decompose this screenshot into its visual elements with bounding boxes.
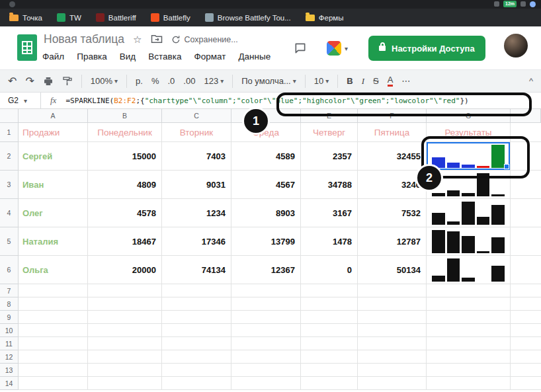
cell-g5[interactable]	[427, 227, 511, 256]
column-header-e[interactable]: E	[301, 109, 358, 123]
row-number-7[interactable]: 7	[0, 284, 19, 297]
empty-cell[interactable]	[88, 311, 162, 324]
cell-f6[interactable]: 50134	[358, 256, 427, 284]
extensions-icon[interactable]	[494, 1, 499, 7]
cell-a3[interactable]: Иван	[19, 171, 88, 199]
empty-cell[interactable]	[511, 337, 541, 350]
empty-cell[interactable]	[511, 284, 541, 297]
empty-cell[interactable]	[358, 377, 427, 390]
empty-cell[interactable]	[511, 311, 541, 324]
menu-view[interactable]: Вид	[120, 52, 136, 61]
more-tools-button[interactable]: ⋯	[401, 76, 410, 86]
empty-cell[interactable]	[88, 284, 162, 297]
move-folder-icon[interactable]	[151, 34, 163, 45]
meet-button[interactable]: ▾	[321, 38, 353, 58]
cell-c2[interactable]: 7403	[162, 142, 231, 171]
cell-d6[interactable]: 12367	[231, 256, 301, 284]
empty-cell[interactable]	[511, 199, 541, 227]
cell-e1[interactable]: Четверг	[301, 123, 358, 142]
cell-f1[interactable]: Пятница	[358, 123, 427, 142]
empty-cell[interactable]	[231, 284, 301, 297]
empty-cell[interactable]	[88, 324, 162, 337]
print-button[interactable]	[43, 76, 54, 87]
cell-e5[interactable]: 1478	[301, 227, 358, 256]
row-number-1[interactable]: 1	[0, 123, 19, 142]
empty-cell[interactable]	[427, 311, 511, 324]
empty-cell[interactable]	[427, 364, 511, 377]
empty-cell[interactable]	[162, 311, 231, 324]
empty-cell[interactable]	[358, 284, 427, 297]
cell-a1[interactable]: Продажи	[19, 123, 88, 142]
empty-cell[interactable]	[88, 297, 162, 311]
font-size-select[interactable]: 10▾	[314, 76, 329, 86]
empty-cell[interactable]	[358, 364, 427, 377]
empty-cell[interactable]	[162, 324, 231, 337]
column-header-b[interactable]: B	[88, 109, 162, 123]
empty-cell[interactable]	[427, 377, 511, 390]
bookmark-item[interactable]: TW	[57, 13, 81, 22]
menu-data[interactable]: Данные	[238, 52, 270, 61]
cell-c4[interactable]: 1234	[162, 199, 231, 227]
empty-cell[interactable]	[358, 311, 427, 324]
column-header-c[interactable]: C	[162, 109, 231, 123]
cell-g4[interactable]	[427, 199, 511, 227]
empty-cell[interactable]	[162, 350, 231, 364]
empty-cell[interactable]	[511, 171, 541, 199]
cell-c3[interactable]: 9031	[162, 171, 231, 199]
comments-button[interactable]	[290, 38, 311, 58]
empty-cell[interactable]	[19, 350, 88, 364]
empty-cell[interactable]	[162, 337, 231, 350]
cell-a4[interactable]: Олег	[19, 199, 88, 227]
cell-a6[interactable]: Ольга	[19, 256, 88, 284]
cell-e3[interactable]: 34788	[301, 171, 358, 199]
row-number-3[interactable]: 3	[0, 171, 19, 199]
cell-a5[interactable]: Наталия	[19, 227, 88, 256]
cell-c1[interactable]: Вторник	[162, 123, 231, 142]
document-title[interactable]: Новая таблица	[44, 32, 124, 46]
empty-cell[interactable]	[162, 377, 231, 390]
sheets-logo-icon[interactable]	[17, 34, 37, 61]
empty-cell[interactable]	[88, 337, 162, 350]
empty-cell[interactable]	[301, 350, 358, 364]
cell-a2[interactable]: Сергей	[19, 142, 88, 171]
row-number-12[interactable]: 12	[0, 350, 19, 364]
redo-button[interactable]: ↷	[25, 75, 34, 87]
font-select[interactable]: По умолча...▾	[241, 76, 296, 86]
row-number-11[interactable]: 11	[0, 337, 19, 350]
cell-d5[interactable]: 13799	[231, 227, 301, 256]
row-number-6[interactable]: 6	[0, 256, 19, 284]
empty-cell[interactable]	[19, 324, 88, 337]
increase-decimals-button[interactable]: .00	[183, 76, 195, 86]
empty-cell[interactable]	[301, 284, 358, 297]
cell-f5[interactable]: 12787	[358, 227, 427, 256]
cell-g1[interactable]: Результаты	[427, 123, 511, 142]
empty-cell[interactable]	[162, 284, 231, 297]
undo-button[interactable]: ↶	[8, 75, 17, 87]
empty-cell[interactable]	[358, 350, 427, 364]
empty-cell[interactable]	[88, 364, 162, 377]
cell-b5[interactable]: 18467	[88, 227, 162, 256]
italic-button[interactable]: I	[362, 76, 364, 87]
empty-cell[interactable]	[427, 324, 511, 337]
row-number-14[interactable]: 14	[0, 377, 19, 390]
formula-input[interactable]: =SPARKLINE(B2:F2;{"charttype"\"column";"…	[65, 97, 468, 105]
cell-e4[interactable]: 3167	[301, 199, 358, 227]
empty-cell[interactable]	[19, 377, 88, 390]
empty-cell[interactable]	[301, 337, 358, 350]
number-format-button[interactable]: 123▾	[204, 76, 224, 86]
empty-cell[interactable]	[301, 364, 358, 377]
strikethrough-button[interactable]: S	[373, 76, 379, 86]
format-percent-button[interactable]: %	[151, 76, 159, 86]
cell-d3[interactable]: 4567	[231, 171, 301, 199]
empty-cell[interactable]	[511, 142, 541, 171]
empty-cell[interactable]	[19, 337, 88, 350]
empty-cell[interactable]	[358, 297, 427, 311]
cell-g6[interactable]	[427, 256, 511, 284]
bold-button[interactable]: B	[347, 76, 353, 86]
empty-cell[interactable]	[301, 311, 358, 324]
bookmark-item[interactable]: Browse Battlefy Tou...	[205, 13, 291, 22]
select-all-corner[interactable]	[0, 109, 19, 123]
empty-cell[interactable]	[231, 337, 301, 350]
empty-cell[interactable]	[427, 350, 511, 364]
menu-edit[interactable]: Правка	[77, 52, 107, 61]
